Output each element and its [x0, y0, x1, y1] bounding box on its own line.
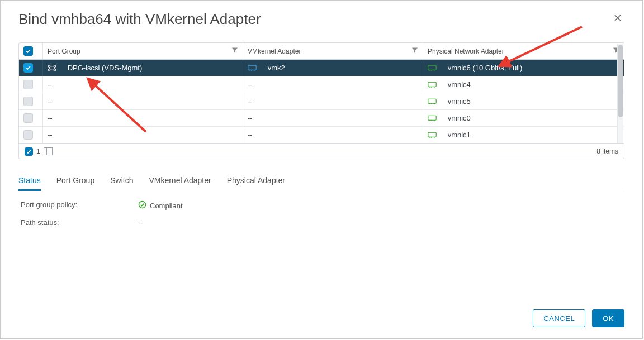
table-row[interactable]: ---- vmnic0 — [19, 110, 624, 127]
table-row[interactable]: ---- vmnic1 — [19, 127, 624, 143]
row-checkbox[interactable] — [23, 97, 33, 106]
svg-rect-5 — [428, 65, 436, 70]
column-header-port-group[interactable]: Port Group — [48, 47, 80, 55]
filter-icon[interactable] — [231, 47, 238, 55]
tab-physical-adapter[interactable]: Physical Adapter — [227, 171, 285, 191]
svg-point-2 — [48, 69, 50, 71]
svg-rect-6 — [428, 82, 436, 87]
port-group-icon — [48, 64, 56, 72]
physical-adapter-cell: vmnic4 — [448, 80, 471, 89]
select-all-checkbox[interactable] — [23, 46, 33, 56]
item-count: 8 items — [596, 147, 618, 155]
cancel-button[interactable]: CANCEL — [533, 309, 585, 327]
physical-adapter-cell: vmnic1 — [448, 131, 471, 139]
table-row[interactable]: ---- vmnic5 — [19, 93, 624, 110]
close-button[interactable] — [611, 11, 624, 26]
physical-adapter-cell: vmnic0 — [448, 114, 471, 122]
tab-status[interactable]: Status — [18, 171, 41, 191]
row-checkbox[interactable] — [23, 113, 33, 123]
tab-vmkernel-adapter[interactable]: VMkernel Adapter — [149, 171, 211, 191]
svg-point-10 — [139, 201, 145, 208]
column-selector-button[interactable] — [44, 147, 53, 155]
nic-icon — [428, 81, 437, 89]
selected-count: 1 — [36, 147, 40, 155]
close-icon — [613, 12, 622, 25]
svg-rect-8 — [428, 116, 436, 120]
port-group-policy-value: Compliant — [150, 202, 183, 210]
column-header-physical-adapter[interactable]: Physical Network Adapter — [428, 47, 504, 55]
row-checkbox[interactable] — [23, 130, 33, 140]
svg-rect-4 — [248, 65, 256, 70]
svg-point-1 — [54, 65, 56, 68]
check-circle-icon — [138, 200, 146, 210]
port-group-policy-label: Port group policy: — [21, 200, 138, 210]
nic-icon — [428, 64, 437, 72]
svg-point-3 — [54, 69, 56, 71]
modal-title: Bind vmhba64 with VMkernel Adapter — [18, 11, 261, 28]
row-checkbox[interactable] — [23, 63, 33, 73]
selected-count-checkbox — [25, 147, 33, 156]
adapter-table: Port Group VMkernel Adapter — [18, 42, 624, 159]
svg-point-0 — [48, 65, 50, 68]
scrollbar[interactable] — [617, 44, 623, 143]
port-group-cell: DPG-iscsi (VDS-Mgmt) — [68, 64, 143, 72]
path-status-label: Path status: — [21, 218, 138, 227]
nic-icon — [428, 114, 437, 122]
row-checkbox[interactable] — [23, 80, 33, 89]
nic-icon — [428, 98, 437, 106]
physical-adapter-cell: vmnic6 (10 Gbit/s, Full) — [448, 64, 523, 72]
table-row[interactable]: ---- vmnic4 — [19, 76, 624, 93]
path-status-value: -- — [138, 218, 143, 227]
physical-adapter-cell: vmnic5 — [448, 97, 471, 106]
filter-icon[interactable] — [411, 47, 418, 55]
column-header-vmkernel[interactable]: VMkernel Adapter — [248, 47, 301, 55]
tab-port-group[interactable]: Port Group — [56, 171, 94, 191]
svg-rect-9 — [428, 132, 436, 137]
vmkernel-icon — [248, 64, 257, 72]
ok-button[interactable]: OK — [592, 309, 624, 327]
svg-rect-7 — [428, 99, 436, 103]
nic-icon — [428, 131, 437, 139]
tab-switch[interactable]: Switch — [110, 171, 133, 191]
vmkernel-cell: vmk2 — [268, 64, 285, 72]
table-row[interactable]: DPG-iscsi (VDS-Mgmt) vmk2 vmnic6 (10 Gbi… — [19, 60, 624, 76]
